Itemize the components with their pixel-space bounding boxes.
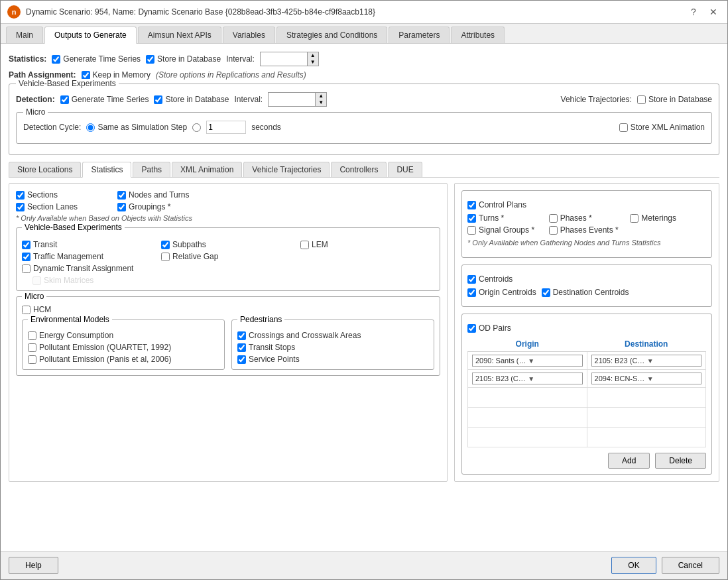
seconds-input[interactable] bbox=[206, 121, 246, 134]
turns-checkbox[interactable] bbox=[467, 214, 476, 223]
od-row-2-origin-select[interactable]: 2105: B23 (Centroid Con ▼ bbox=[472, 373, 583, 384]
od-pairs-header-check[interactable]: OD Pairs bbox=[467, 323, 706, 333]
control-plans-header-check[interactable]: Control Plans bbox=[467, 200, 706, 209]
nodes-and-turns-check[interactable]: Nodes and Turns bbox=[117, 190, 189, 200]
pollutant-quartet-check[interactable]: Pollutant Emission (QUARTET, 1992) bbox=[28, 343, 219, 352]
help-icon[interactable]: ? bbox=[686, 5, 701, 19]
spinbox-down[interactable]: ▼ bbox=[308, 59, 318, 66]
detection-generate-check[interactable]: Generate Time Series bbox=[60, 95, 149, 104]
hcm-checkbox[interactable] bbox=[22, 306, 30, 314]
spinbox-up[interactable]: ▲ bbox=[308, 52, 318, 59]
detection-store-check[interactable]: Store in Database bbox=[154, 95, 229, 104]
store-in-database-checkbox[interactable] bbox=[146, 55, 154, 64]
tab-main[interactable]: Main bbox=[6, 27, 43, 43]
section-lanes-checkbox[interactable] bbox=[16, 203, 25, 211]
keep-in-memory-checkbox[interactable] bbox=[82, 71, 90, 80]
help-button[interactable]: Help bbox=[9, 557, 58, 574]
control-plans-checkbox[interactable] bbox=[467, 201, 476, 209]
sub-tab-store-locations[interactable]: Store Locations bbox=[9, 162, 81, 177]
meterings-check[interactable]: Meterings bbox=[630, 213, 706, 223]
same-as-simulation-radio-input[interactable] bbox=[86, 123, 95, 132]
phases-checkbox[interactable] bbox=[549, 214, 558, 223]
turns-check[interactable]: Turns * bbox=[467, 213, 544, 223]
vehicle-trajectories-store-checkbox[interactable] bbox=[637, 95, 646, 104]
destination-centroids-check[interactable]: Destination Centroids bbox=[542, 288, 629, 297]
sub-tab-paths[interactable]: Paths bbox=[133, 162, 170, 177]
tab-apis[interactable]: Aimsun Next APIs bbox=[138, 27, 221, 43]
skim-matrices-check[interactable]: Skim Matrices bbox=[32, 276, 434, 285]
custom-seconds-radio-input[interactable] bbox=[192, 123, 201, 132]
od-row-2-destination-select[interactable]: 2094: BCN-S (Centroid C ▼ bbox=[591, 373, 701, 384]
subpaths-checkbox[interactable] bbox=[161, 241, 170, 249]
od-row-1-destination-select[interactable]: 2105: B23 (Centroid Con ▼ bbox=[591, 355, 701, 367]
same-as-simulation-radio[interactable]: Same as Simulation Step bbox=[86, 123, 187, 132]
phases-events-checkbox[interactable] bbox=[549, 226, 558, 235]
origin-centroids-checkbox[interactable] bbox=[467, 288, 476, 297]
delete-button[interactable]: Delete bbox=[655, 453, 706, 469]
origin-centroids-check[interactable]: Origin Centroids bbox=[467, 288, 536, 297]
detection-spinbox-down[interactable]: ▼ bbox=[316, 99, 326, 106]
store-in-database-check[interactable]: Store in Database bbox=[146, 54, 221, 64]
generate-time-series-check[interactable]: Generate Time Series bbox=[52, 54, 141, 64]
pollutant-panis-check[interactable]: Pollutant Emission (Panis et al, 2006) bbox=[28, 355, 219, 364]
lem-checkbox[interactable] bbox=[300, 241, 309, 249]
cancel-button[interactable]: Cancel bbox=[662, 557, 719, 574]
dynamic-transit-check[interactable]: Dynamic Transit Assignment bbox=[22, 264, 434, 273]
signal-groups-check[interactable]: Signal Groups * bbox=[467, 225, 544, 235]
centroids-checkbox[interactable] bbox=[467, 275, 476, 284]
traffic-management-checkbox[interactable] bbox=[22, 253, 30, 261]
tab-strategies[interactable]: Strategies and Conditions bbox=[276, 27, 387, 43]
generate-time-series-checkbox[interactable] bbox=[52, 55, 60, 64]
od-row-1-origin-select[interactable]: 2090: Sants (Centroid Co ▼ bbox=[472, 355, 583, 367]
crossings-check[interactable]: Crossings and Crosswalk Areas bbox=[237, 331, 428, 340]
sub-tab-statistics[interactable]: Statistics bbox=[82, 162, 131, 178]
pollutant-quartet-checkbox[interactable] bbox=[28, 343, 36, 352]
detection-interval-input[interactable]: 00:10:00 bbox=[269, 93, 315, 105]
store-xml-animation-check[interactable]: Store XML Animation bbox=[619, 123, 705, 132]
centroids-header-check[interactable]: Centroids bbox=[467, 274, 706, 284]
energy-consumption-checkbox[interactable] bbox=[28, 331, 36, 340]
ok-button[interactable]: OK bbox=[611, 557, 656, 574]
tab-parameters[interactable]: Parameters bbox=[389, 27, 450, 43]
store-xml-animation-checkbox[interactable] bbox=[619, 123, 628, 132]
service-points-checkbox[interactable] bbox=[237, 355, 246, 364]
vehicle-trajectories-store-check[interactable]: Store in Database bbox=[637, 95, 712, 104]
tab-attributes[interactable]: Attributes bbox=[451, 27, 505, 43]
service-points-check[interactable]: Service Points bbox=[237, 355, 428, 364]
pollutant-panis-checkbox[interactable] bbox=[28, 355, 36, 364]
custom-seconds-radio[interactable] bbox=[192, 123, 201, 132]
detection-spinbox-up[interactable]: ▲ bbox=[316, 93, 326, 99]
hcm-check[interactable]: HCM bbox=[22, 305, 434, 314]
skim-matrices-checkbox[interactable] bbox=[32, 276, 41, 285]
keep-in-memory-check[interactable]: Keep in Memory bbox=[82, 70, 151, 80]
subpaths-check[interactable]: Subpaths bbox=[161, 240, 295, 249]
relative-gap-check[interactable]: Relative Gap bbox=[161, 252, 295, 261]
add-button[interactable]: Add bbox=[608, 453, 650, 469]
crossings-checkbox[interactable] bbox=[237, 331, 246, 340]
section-lanes-check[interactable]: Section Lanes bbox=[16, 202, 78, 211]
interval-input[interactable]: 00:10:00 bbox=[261, 53, 307, 65]
traffic-management-check[interactable]: Traffic Management bbox=[22, 252, 156, 261]
relative-gap-checkbox[interactable] bbox=[161, 253, 170, 261]
tab-outputs[interactable]: Outputs to Generate bbox=[44, 27, 137, 44]
signal-groups-checkbox[interactable] bbox=[467, 226, 476, 235]
dynamic-transit-checkbox[interactable] bbox=[22, 264, 30, 273]
sub-tab-vehicle-trajectories[interactable]: Vehicle Trajectories bbox=[243, 162, 330, 177]
close-button[interactable]: ✕ bbox=[706, 5, 721, 19]
transit-checkbox[interactable] bbox=[22, 241, 30, 249]
transit-stops-check[interactable]: Transit Stops bbox=[237, 343, 428, 352]
detection-generate-checkbox[interactable] bbox=[60, 95, 69, 104]
nodes-and-turns-checkbox[interactable] bbox=[117, 191, 126, 200]
lem-check[interactable]: LEM bbox=[300, 240, 434, 249]
transit-check[interactable]: Transit bbox=[22, 240, 156, 249]
groupings-check[interactable]: Groupings * bbox=[117, 202, 189, 211]
destination-centroids-checkbox[interactable] bbox=[542, 288, 550, 297]
sub-tab-due[interactable]: DUE bbox=[388, 162, 422, 177]
sub-tab-controllers[interactable]: Controllers bbox=[331, 162, 387, 177]
transit-stops-checkbox[interactable] bbox=[237, 343, 246, 352]
tab-variables[interactable]: Variables bbox=[223, 27, 275, 43]
groupings-checkbox[interactable] bbox=[117, 203, 126, 211]
sections-check[interactable]: Sections bbox=[16, 190, 78, 200]
meterings-checkbox[interactable] bbox=[630, 214, 638, 223]
phases-check[interactable]: Phases * bbox=[549, 213, 625, 223]
